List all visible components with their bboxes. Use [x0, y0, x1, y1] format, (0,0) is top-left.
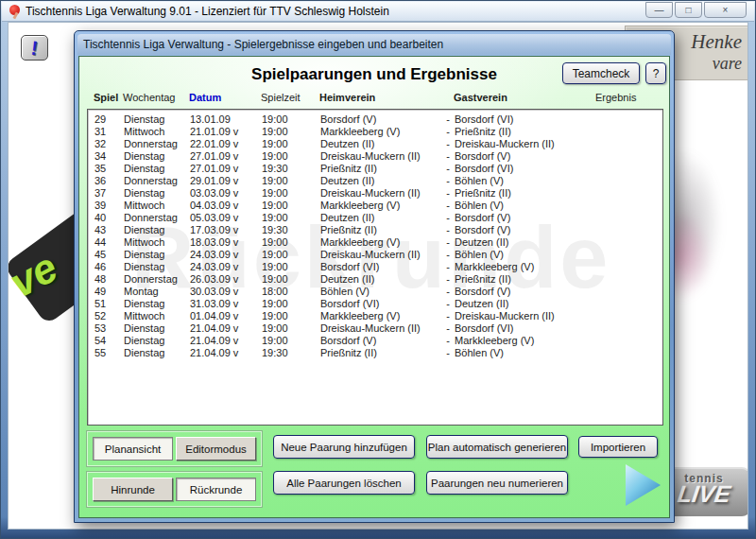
- table-row[interactable]: 52 Mittwoch 01.04.09 v 19:00 Markkleeber…: [88, 310, 662, 322]
- table-row[interactable]: 46 Dienstag 24.03.09 v 19:00 Borsdorf (V…: [88, 261, 662, 273]
- results-dialog: Tischtennis Liga Verwaltung - Spielergeb…: [74, 30, 675, 523]
- editormodus-toggle[interactable]: Editormodus: [176, 437, 256, 461]
- table-row[interactable]: 55 Dienstag 21.04.09 v 19:30 Prießnitz (…: [88, 347, 662, 359]
- separator: -: [441, 187, 455, 200]
- delete-all-pairings-button[interactable]: Alle Paarungen löschen: [273, 471, 415, 495]
- rueckrunde-toggle[interactable]: Rückrunde: [176, 478, 256, 501]
- table-row[interactable]: 51 Dienstag 31.03.09 v 19:00 Borsdorf (V…: [88, 298, 662, 310]
- teamcheck-button[interactable]: Teamcheck: [562, 62, 640, 84]
- col-header-spielzeit[interactable]: Spielzeit: [261, 92, 319, 103]
- separator: -: [441, 175, 455, 187]
- table-row[interactable]: 32 Donnerstag 22.01.09 v 19:00 Deutzen (…: [88, 138, 662, 150]
- table-row[interactable]: 43 Dienstag 17.03.09 v 19:30 Prießnitz (…: [88, 224, 662, 236]
- table-row[interactable]: 49 Montag 30.03.09 v 18:00 Böhlen (V) - …: [88, 286, 662, 298]
- main-window-title: Tischtennis Liga Verwaltung 9.01 - Lizen…: [26, 5, 389, 18]
- maximize-icon[interactable]: □: [675, 2, 702, 18]
- separator: -: [441, 236, 455, 249]
- table-row[interactable]: 29 Dienstag 13.01.09 19:00 Borsdorf (V) …: [88, 113, 662, 126]
- table-row[interactable]: 35 Dienstag 27.01.09 v 19:30 Prießnitz (…: [88, 163, 662, 175]
- generate-plan-button[interactable]: Plan automatisch generieren: [426, 435, 568, 459]
- next-arrow-icon[interactable]: [626, 464, 661, 506]
- dialog-titlebar: Tischtennis Liga Verwaltung - Spielergeb…: [77, 34, 671, 55]
- separator: -: [441, 138, 455, 150]
- help-button[interactable]: ?: [645, 62, 666, 84]
- dialog-client-area: Spielpaarungen und Ergebnisse Teamcheck …: [78, 56, 670, 518]
- col-header-wochentag[interactable]: Wochentag: [123, 92, 189, 103]
- separator: -: [441, 298, 455, 310]
- screen: Tischtennis Liga Verwaltung 9.01 - Lizen…: [0, 0, 756, 539]
- table-row[interactable]: 37 Dienstag 03.03.09 v 19:00 Dreiskau-Mu…: [88, 187, 662, 200]
- separator: -: [441, 335, 455, 347]
- minimize-icon[interactable]: —: [645, 2, 673, 18]
- dialog-header: Spielpaarungen und Ergebnisse Teamcheck …: [79, 57, 669, 91]
- view-mode-group: Planansicht Editormodus: [86, 430, 263, 467]
- table-row[interactable]: 34 Dienstag 27.01.09 v 19:00 Dreiskau-Mu…: [88, 150, 662, 163]
- table-row[interactable]: 48 Donnerstag 26.03.09 v 19:00 Deutzen (…: [88, 273, 662, 286]
- col-header-heimverein[interactable]: Heimverein: [319, 92, 440, 103]
- col-header-ergebnis[interactable]: Ergebnis: [595, 92, 663, 103]
- round-group: Hinrunde Rückrunde: [86, 471, 263, 508]
- table-row[interactable]: 36 Donnerstag 29.01.09 v 19:00 Deutzen (…: [88, 175, 662, 187]
- separator: -: [441, 113, 455, 126]
- separator: -: [441, 224, 455, 236]
- caption-buttons: — □ ×: [644, 2, 747, 18]
- col-header-gastverein[interactable]: Gastverein: [454, 92, 595, 103]
- separator: -: [441, 249, 455, 261]
- col-header-datum[interactable]: Datum: [189, 92, 261, 103]
- close-icon[interactable]: ×: [704, 2, 747, 18]
- pairings-rows: 29 Dienstag 13.01.09 19:00 Borsdorf (V) …: [88, 110, 662, 359]
- add-pairing-button[interactable]: Neue Paarung hinzufügen: [273, 435, 415, 459]
- dialog-title: Tischtennis Liga Verwaltung - Spielergeb…: [83, 38, 443, 51]
- table-row[interactable]: 53 Dienstag 21.04.09 v 19:00 Dreiskau-Mu…: [88, 322, 662, 335]
- separator: -: [441, 126, 455, 138]
- separator: -: [441, 322, 455, 335]
- exclamation-icon[interactable]: !: [21, 35, 48, 61]
- renumber-pairings-button[interactable]: Paarungen neu numerieren: [426, 471, 568, 495]
- separator: -: [441, 347, 455, 359]
- separator: -: [441, 150, 455, 163]
- planansicht-toggle[interactable]: Planansicht: [93, 437, 173, 461]
- column-headers: Spiel Wochentag Datum Spielzeit Heimvere…: [87, 92, 663, 103]
- separator: -: [441, 310, 455, 322]
- separator: -: [441, 286, 455, 298]
- separator: -: [441, 200, 455, 212]
- table-row[interactable]: 39 Mittwoch 04.03.09 v 19:00 Markkleeber…: [88, 200, 662, 212]
- table-row[interactable]: 44 Mittwoch 18.03.09 v 19:00 Markkleeber…: [88, 236, 662, 249]
- table-row[interactable]: 40 Donnerstag 05.03.09 v 19:00 Deutzen (…: [88, 212, 662, 224]
- table-row[interactable]: 45 Dienstag 24.03.09 v 19:00 Dreiskau-Mu…: [88, 249, 662, 261]
- table-row[interactable]: 54 Dienstag 21.04.09 v 19:00 Borsdorf (V…: [88, 335, 662, 347]
- separator: -: [441, 212, 455, 224]
- hinrunde-toggle[interactable]: Hinrunde: [93, 478, 173, 501]
- import-button[interactable]: Importieren: [578, 436, 658, 458]
- separator: -: [441, 163, 455, 175]
- pairings-list[interactable]: Rückrunde 29 Dienstag 13.01.09 19:00 Bor…: [87, 109, 663, 426]
- app-paddle-icon: [8, 4, 23, 19]
- dialog-bottom-bar: Planansicht Editormodus Hinrunde Rückrun…: [79, 427, 669, 517]
- separator: -: [441, 261, 455, 273]
- main-titlebar: Tischtennis Liga Verwaltung 9.01 - Lizen…: [2, 2, 754, 22]
- separator: -: [441, 273, 455, 286]
- table-row[interactable]: 31 Mittwoch 21.01.09 v 19:00 Markkleeber…: [88, 126, 662, 138]
- col-header-spiel[interactable]: Spiel: [87, 92, 123, 103]
